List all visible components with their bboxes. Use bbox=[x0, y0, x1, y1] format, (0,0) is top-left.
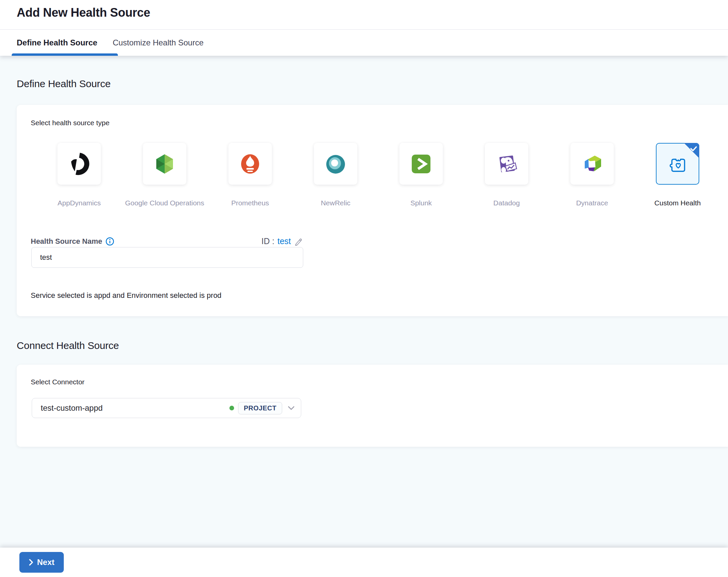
status-dot-icon bbox=[229, 406, 234, 410]
id-value: test bbox=[278, 236, 291, 246]
source-card-appdynamics[interactable]: AppDynamics bbox=[57, 143, 101, 210]
source-card-box bbox=[656, 143, 699, 185]
check-icon bbox=[690, 145, 698, 152]
define-section-heading: Define Health Source bbox=[17, 78, 110, 89]
connect-panel: Select Connector test-custom-appd PROJEC… bbox=[17, 365, 728, 447]
tab-customize-health-source[interactable]: Customize Health Source bbox=[112, 38, 203, 47]
source-card-dynatrace[interactable]: Dynatrace bbox=[570, 143, 614, 210]
next-button[interactable]: Next bbox=[19, 552, 64, 573]
info-icon[interactable] bbox=[106, 237, 114, 246]
health-source-name-input[interactable] bbox=[31, 247, 303, 268]
source-label: Prometheus bbox=[231, 199, 269, 207]
newrelic-icon bbox=[323, 152, 348, 176]
active-tab-underline bbox=[12, 53, 118, 56]
chevron-down-icon[interactable] bbox=[288, 406, 295, 410]
health-source-name-row: Health Source Name ID : test bbox=[31, 236, 303, 246]
source-card-prometheus[interactable]: Prometheus bbox=[228, 143, 272, 210]
source-card-box bbox=[143, 143, 186, 185]
datadog-icon bbox=[495, 152, 519, 176]
source-card-splunk[interactable]: Splunk bbox=[399, 143, 443, 210]
page-title: Add New Health Source bbox=[17, 6, 150, 20]
prometheus-icon bbox=[238, 152, 262, 176]
modal-header: Add New Health Source Define Health Sour… bbox=[0, 0, 728, 56]
add-health-source-modal: Add New Health Source Define Health Sour… bbox=[0, 0, 728, 577]
source-label: Google Cloud Operations bbox=[125, 199, 204, 207]
select-health-source-type-label: Select health source type bbox=[31, 119, 109, 127]
splunk-icon bbox=[409, 152, 433, 176]
source-label: NewRelic bbox=[321, 199, 350, 207]
source-card-box bbox=[570, 143, 614, 185]
source-label: Datadog bbox=[493, 199, 520, 207]
id-prefix-label: ID : bbox=[261, 236, 275, 246]
source-label: Dynatrace bbox=[576, 199, 608, 207]
service-environment-note: Service selected is appd and Environment… bbox=[31, 291, 222, 300]
connector-select[interactable]: test-custom-appd PROJECT bbox=[32, 398, 301, 418]
source-card-google-cloud-operations[interactable]: Google Cloud Operations bbox=[143, 143, 186, 210]
next-chevron-icon bbox=[29, 559, 33, 566]
source-card-box bbox=[485, 143, 528, 185]
source-label: AppDynamics bbox=[57, 199, 101, 207]
appdynamics-icon bbox=[67, 152, 91, 176]
source-card-newrelic[interactable]: NewRelic bbox=[314, 143, 357, 210]
custom-health-icon bbox=[666, 152, 690, 176]
connect-section-heading: Connect Health Source bbox=[17, 340, 119, 351]
dynatrace-icon bbox=[580, 152, 604, 176]
health-source-name-label: Health Source Name bbox=[31, 237, 102, 246]
source-card-box bbox=[399, 143, 443, 185]
tab-define-health-source[interactable]: Define Health Source bbox=[17, 38, 97, 47]
id-display: ID : test bbox=[261, 236, 303, 246]
next-button-label: Next bbox=[37, 558, 54, 567]
source-card-box bbox=[314, 143, 357, 185]
edit-pencil-icon[interactable] bbox=[294, 237, 303, 246]
source-card-custom-health[interactable]: Custom Health bbox=[656, 143, 699, 210]
tab-bar: Define Health Source Customize Health So… bbox=[0, 29, 728, 56]
source-card-box bbox=[228, 143, 272, 185]
source-label: Custom Health bbox=[654, 199, 701, 207]
connector-value: test-custom-appd bbox=[41, 403, 229, 413]
select-connector-label: Select Connector bbox=[31, 378, 84, 386]
source-card-box bbox=[57, 143, 101, 185]
modal-footer: Next bbox=[0, 548, 728, 577]
define-panel: Select health source type AppDynamics bbox=[17, 105, 728, 316]
google-cloud-operations-icon bbox=[153, 152, 177, 176]
source-label: Splunk bbox=[410, 199, 432, 207]
scope-badge: PROJECT bbox=[238, 402, 282, 414]
source-card-datadog[interactable]: Datadog bbox=[485, 143, 528, 210]
